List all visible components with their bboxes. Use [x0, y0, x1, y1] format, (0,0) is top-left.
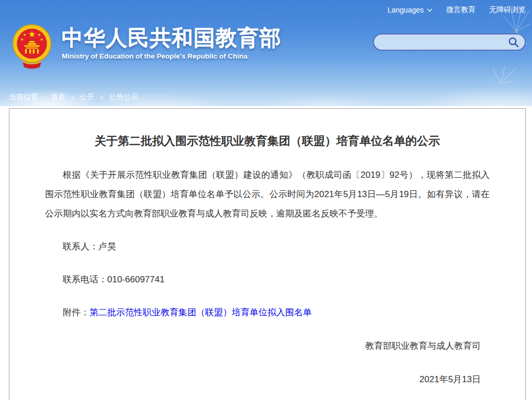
contact-person-line: 联系人：卢昊 — [45, 237, 490, 256]
brand-text: 中华人民共和国教育部 Ministry of Education of the … — [62, 23, 281, 60]
breadcrumb: 当前位置： 首页 > 公开 > 公告公示 — [0, 93, 138, 102]
site-title: 中华人民共和国教育部 — [62, 25, 281, 50]
topbar-link-accessibility[interactable]: 无障碍浏览 — [489, 5, 526, 15]
article-title: 关于第二批拟入围示范性职业教育集团（联盟）培育单位名单的公示 — [45, 133, 490, 150]
national-emblem-icon: ★ ★ ★ ★ ★ — [10, 23, 53, 71]
topbar: Languages 微言教育 无障碍浏览 — [0, 0, 532, 20]
languages-menu[interactable]: Languages — [388, 6, 433, 14]
svg-text:★: ★ — [23, 32, 27, 37]
search-box — [373, 33, 526, 51]
svg-text:★: ★ — [40, 37, 44, 42]
svg-text:★: ★ — [20, 37, 24, 42]
breadcrumb-item-gonggao[interactable]: 公告公示 — [109, 93, 138, 102]
search-button[interactable] — [507, 36, 520, 49]
contact-phone-line: 联系电话：010-66097741 — [45, 270, 490, 289]
breadcrumb-separator: > — [100, 94, 104, 101]
svg-text:★: ★ — [38, 32, 41, 37]
breadcrumb-item-home[interactable]: 首页 — [51, 93, 65, 102]
breadcrumb-separator: > — [71, 94, 75, 101]
breadcrumb-item-gongkai[interactable]: 公开 — [80, 93, 95, 102]
languages-label: Languages — [388, 6, 424, 14]
attachment-link[interactable]: 第二批示范性职业教育集团（联盟）培育单位拟入围名单 — [89, 307, 312, 317]
search-icon — [508, 37, 519, 48]
attachment-line: 附件：第二批示范性职业教育集团（联盟）培育单位拟入围名单 — [45, 303, 490, 322]
site-header: Languages 微言教育 无障碍浏览 ★ ★ ★ ★ ★ — [0, 0, 532, 106]
site-subtitle: Ministry of Education of the People's Re… — [62, 52, 281, 60]
topbar-link-weiyan-education[interactable]: 微言教育 — [446, 5, 476, 15]
signature-line: 教育部职业教育与成人教育司 — [45, 336, 490, 356]
breadcrumb-label: 当前位置： — [9, 93, 46, 102]
chevron-down-icon — [427, 8, 433, 12]
svg-text:★: ★ — [28, 29, 36, 39]
attachment-label: 附件： — [63, 307, 89, 317]
article-paragraph: 根据《关于开展示范性职业教育集团（联盟）建设的通知》（教职成司函〔2019〕92… — [45, 165, 490, 223]
publish-date-line: 2021年5月13日 — [45, 370, 490, 389]
article-container: 关于第二批拟入围示范性职业教育集团（联盟）培育单位名单的公示 根据《关于开展示范… — [9, 108, 526, 400]
search-input[interactable] — [381, 35, 507, 50]
page: Languages 微言教育 无障碍浏览 ★ ★ ★ ★ ★ — [0, 0, 532, 400]
